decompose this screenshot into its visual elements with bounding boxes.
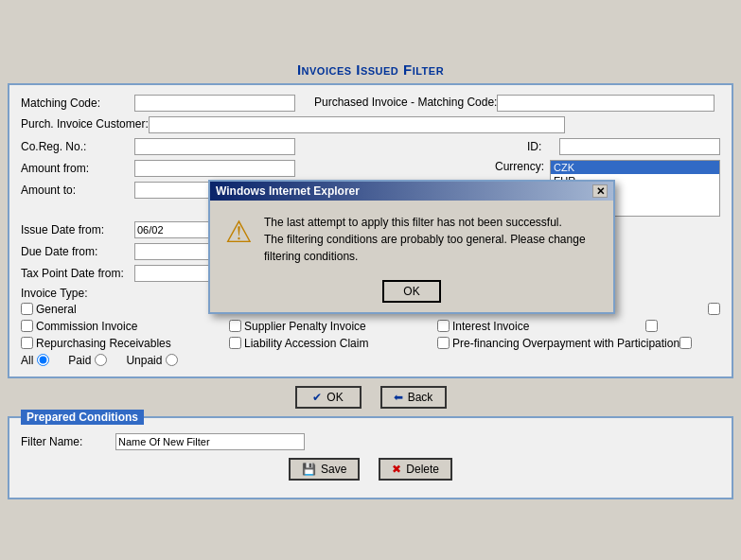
dialog-overlay: Windows Internet Explorer ✕ ⚠ The last a… bbox=[0, 0, 741, 560]
dialog-body: ⚠ The last attempt to apply this filter … bbox=[210, 201, 613, 274]
warning-icon: ⚠ bbox=[225, 214, 253, 250]
dialog-title: Windows Internet Explorer bbox=[216, 184, 360, 198]
dialog-message: The last attempt to apply this filter ha… bbox=[264, 214, 598, 265]
dialog-titlebar: Windows Internet Explorer ✕ bbox=[210, 182, 613, 201]
dialog-ok-button[interactable]: OK bbox=[382, 280, 440, 303]
dialog-close-button[interactable]: ✕ bbox=[592, 184, 608, 198]
dialog-buttons: OK bbox=[210, 274, 613, 312]
dialog-box: Windows Internet Explorer ✕ ⚠ The last a… bbox=[208, 180, 615, 314]
